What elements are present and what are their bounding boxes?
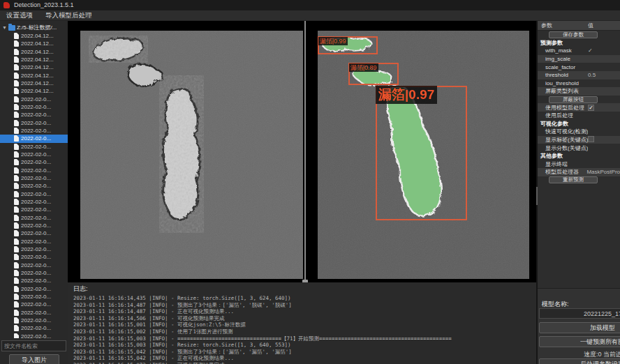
file-label: 2022-02-0... (21, 120, 51, 126)
param-row-屏蔽类型列表[interactable]: 屏蔽类型列表 (538, 87, 620, 96)
file-label: 2022-02-0... (21, 135, 51, 142)
file-tree-item[interactable]: 2022-02-0... (0, 119, 68, 127)
param-section-其他参数: 其他参数 (538, 152, 620, 160)
param-label: iou_threshold (538, 80, 588, 86)
param-row-with_mask[interactable]: with_mask✓ (538, 47, 620, 55)
file-tree-item[interactable]: 2022-02-0... (0, 261, 68, 269)
file-tree-item[interactable]: 2022.04.12... (0, 63, 68, 71)
file-tree-item[interactable]: 2022-02-0... (0, 253, 68, 261)
param-row-显示标签(关键点)[interactable]: 显示标签(关键点) (538, 136, 620, 144)
param-value[interactable]: MaskPostPro (586, 169, 620, 175)
param-value[interactable] (588, 136, 594, 144)
param-button-保存参数[interactable]: 保存参数 (549, 31, 598, 38)
checkbox-unchecked[interactable] (588, 136, 594, 142)
model-name-value: 20221225_174813 (584, 310, 620, 317)
file-icon (14, 151, 19, 158)
file-tree-item[interactable]: 2022-02-0... (0, 293, 68, 301)
file-tree-item[interactable]: 2022-02-0... (0, 214, 68, 222)
param-row-threshold[interactable]: threshold0.5 (538, 71, 620, 79)
param-row-快速可视化(检测)[interactable]: 快速可视化(检测) (538, 128, 620, 136)
param-button-重新预测[interactable]: 重新预测 (549, 176, 598, 183)
param-row-scale_factor[interactable]: scale_factor (538, 63, 620, 71)
menu-item-导入模型后处理[interactable]: 导入模型后处理 (45, 11, 92, 20)
original-image-canvas (80, 31, 303, 279)
param-value[interactable]: 0.5 (588, 72, 596, 78)
menu-item-设置选项[interactable]: 设置选项 (6, 11, 33, 20)
file-label: 2022-02-0... (21, 151, 51, 158)
file-tree-item[interactable]: 2022-02-0... (0, 206, 68, 213)
file-label: 2022-02-0... (21, 230, 51, 236)
load-model-button[interactable]: 加载模型 (539, 322, 620, 333)
file-tree-item[interactable]: 2022.04.12... (0, 72, 68, 79)
file-tree-item[interactable]: 2022.04.12... (0, 87, 68, 95)
file-tree-item[interactable]: 2022-02-0... (0, 190, 68, 198)
file-tree-item[interactable]: 2022.04.12... (0, 32, 68, 40)
file-panel: ▼ Z:/5-标注数据/... 2022.04.12...2022.04.12.… (0, 21, 68, 364)
original-image[interactable] (80, 31, 303, 279)
param-row-iou_threshold[interactable]: iou_threshold (538, 79, 620, 88)
tree-root-folder[interactable]: ▼ Z:/5-标注数据/... (0, 23, 68, 32)
file-icon (14, 301, 19, 308)
file-tree-item[interactable]: 2022-02-0... (0, 308, 68, 316)
file-tree-item[interactable]: 2022-02-0... (0, 317, 68, 324)
file-tree-item[interactable]: 2022-02-0... (0, 127, 68, 135)
file-tree-item[interactable]: 2022-02-0... (0, 222, 68, 229)
param-label: 使用后处理 (538, 112, 588, 119)
file-tree-item[interactable]: 2022-02-0... (0, 238, 68, 245)
file-icon (14, 175, 19, 181)
file-tree-item[interactable]: 2022-02-0... (0, 269, 68, 277)
file-tree-item[interactable]: 2022-02-0... (0, 143, 68, 151)
param-value[interactable]: ✓ (588, 105, 594, 111)
file-icon (14, 246, 19, 252)
log-panel[interactable]: 日志: 2023-01-11 16:16:14,435 |INFO| - Res… (68, 282, 536, 364)
file-tree-item[interactable]: 2022-02-0... (0, 167, 68, 174)
file-tree-item[interactable]: 2022-02-0... (0, 151, 68, 158)
search-input[interactable] (1, 340, 66, 351)
prediction-image[interactable]: 漏箔|0.99 漏箔|0.89 漏箔|0.97 (318, 31, 529, 279)
file-tree-item[interactable]: 2022-02-0... (0, 111, 68, 119)
param-row-显示分数(关键点)[interactable]: 显示分数(关键点) (538, 144, 620, 152)
param-button-屏蔽按钮[interactable]: 屏蔽按钮 (549, 96, 598, 103)
param-row-img_scale[interactable]: img_scale (538, 55, 620, 63)
file-tree-item[interactable]: 2022-02-0... (0, 277, 68, 285)
file-tree-item[interactable]: 2022-02-0... (0, 96, 68, 103)
file-list: 2022.04.12...2022.04.12...2022.04.12...2… (0, 32, 68, 338)
file-label: 2022.04.12... (21, 56, 54, 63)
file-tree-item[interactable]: 2022-02-0... (0, 229, 68, 237)
file-tree-item[interactable]: 2022.04.12... (0, 56, 68, 63)
predict-all-button[interactable]: 一键预测所有图片 (539, 336, 620, 347)
file-tree-item[interactable]: 2022.04.12... (0, 40, 68, 47)
file-tree-item[interactable]: 2022-02-0... (0, 285, 68, 293)
checkbox-checked[interactable]: ✓ (588, 105, 594, 111)
file-tree-item[interactable]: 2022-02-0... (0, 174, 68, 182)
file-label: 2022-02-0... (21, 286, 51, 292)
file-icon (14, 73, 19, 79)
file-tree-item[interactable]: 2022-02-0... (0, 158, 68, 166)
menu-bar: 设置选项导入模型后处理 (0, 10, 620, 21)
postprocess-settings-button[interactable]: 后处理参数设置 (539, 358, 620, 364)
param-row-模型后处理器[interactable]: 模型后处理器MaskPostPro (538, 168, 620, 176)
file-tree-item[interactable]: 2022-02-0... (0, 332, 68, 338)
file-tree-item[interactable]: 2022-02-0... (0, 301, 68, 308)
file-tree-item[interactable]: 2022-02-0... (0, 103, 68, 111)
file-tree-item[interactable]: 2022-02-0... (0, 182, 68, 190)
param-row-使用模型后处理[interactable]: 使用模型后处理✓ (538, 103, 620, 112)
file-icon (14, 199, 19, 205)
file-label: 2022.04.12... (21, 73, 54, 79)
file-label: 2022.04.12... (21, 88, 54, 94)
file-tree-item[interactable]: 2022-02-0... (0, 324, 68, 332)
checkmark-icon[interactable]: ✓ (588, 47, 593, 54)
param-label: 屏蔽类型列表 (538, 87, 588, 95)
caret-down-icon[interactable]: ▼ (2, 25, 7, 30)
file-tree-item[interactable]: 2022.04.12... (0, 79, 68, 87)
file-tree-item[interactable]: 2022.04.12... (0, 48, 68, 56)
param-row-使用后处理[interactable]: 使用后处理 (538, 112, 620, 120)
file-tree-item[interactable]: 2022-02-0... (0, 245, 68, 253)
import-images-button[interactable]: 导入图片 (9, 354, 59, 364)
param-label: 使用模型后处理 (538, 104, 588, 112)
model-name-field[interactable]: 20221225_174813 (539, 308, 620, 319)
param-row-显示终端[interactable]: 显示终端 (538, 160, 620, 169)
file-tree-item[interactable]: 2022-02-0... (0, 198, 68, 206)
viewer-splitter[interactable] (304, 21, 306, 282)
file-tree-item[interactable]: 2022-02-0... (0, 135, 68, 142)
